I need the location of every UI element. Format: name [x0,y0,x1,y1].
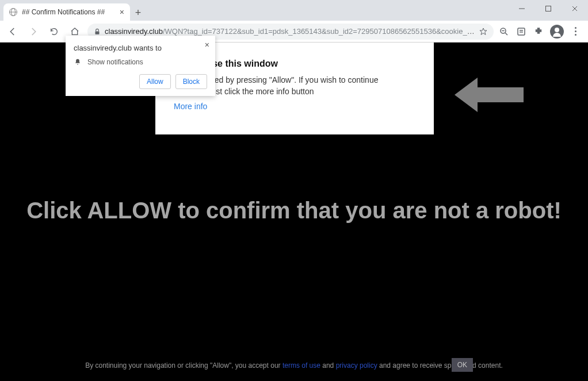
toolbar-right-icons [498,25,583,39]
ok-button[interactable]: OK [452,358,473,372]
minimize-button[interactable] [509,0,535,17]
close-tab-icon[interactable]: × [120,8,124,16]
back-button[interactable] [5,24,21,40]
svg-rect-4 [96,31,100,34]
reload-button[interactable] [46,24,62,40]
more-info-link[interactable]: More info [174,102,207,111]
forward-button[interactable] [25,24,41,40]
maximize-button[interactable] [535,0,562,17]
tab-title: ## Confirm Notifications ## [22,8,105,16]
allow-button[interactable]: Allow [139,74,171,89]
zoom-icon[interactable] [498,26,510,37]
close-window-button[interactable] [562,0,588,17]
notification-permission-prompt: × classinviredy.club wants to Show notif… [66,36,215,96]
terms-link[interactable]: terms of use [282,361,320,370]
url-text: classinviredy.club/WQN?tag_id=737122&sub… [105,27,475,36]
block-button[interactable]: Block [175,74,207,89]
globe-icon [9,8,17,16]
prompt-origin: classinviredy.club wants to [74,44,207,52]
reader-icon[interactable] [516,26,527,37]
arrow-left-icon [455,75,524,115]
main-headline: Click ALLOW to confirm that you are not … [0,198,588,224]
svg-line-6 [505,33,507,35]
bell-icon [74,58,82,66]
bookmark-star-icon[interactable] [479,27,488,36]
svg-marker-11 [455,78,524,112]
extensions-icon[interactable] [533,26,544,37]
close-prompt-icon[interactable]: × [205,40,209,49]
tab-strip: ## Confirm Notifications ## × + [0,0,588,21]
privacy-link[interactable]: privacy policy [336,361,377,370]
browser-tab[interactable]: ## Confirm Notifications ## × [3,3,130,21]
svg-rect-1 [546,6,551,11]
menu-button[interactable] [570,26,581,37]
prompt-permission-label: Show notifications [87,58,143,66]
prompt-permission-row: Show notifications [74,58,207,66]
new-tab-button[interactable]: + [130,5,146,21]
window-controls [509,0,588,17]
profile-avatar[interactable] [550,25,564,39]
footer-disclaimer: By continuing your navigation or clickin… [0,360,588,371]
lock-icon [93,28,101,36]
